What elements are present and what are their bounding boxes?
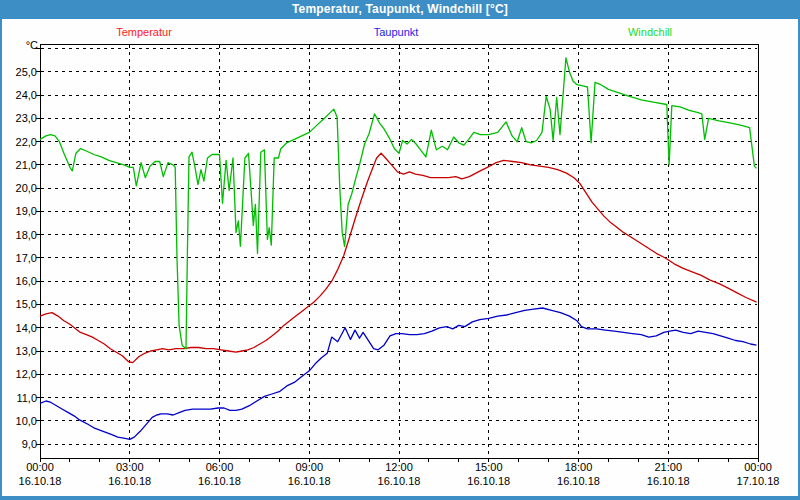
x-tick-label: 00:0017.10.18 (716, 461, 800, 488)
x-tick-time: 12:00 (357, 461, 441, 475)
y-tick-label: 18,0 (0, 229, 37, 241)
y-axis-unit-label: °C (14, 39, 38, 51)
x-tick-label: 00:0016.10.18 (0, 461, 82, 488)
y-tick-label: 12,0 (0, 368, 37, 380)
legend-temperatur: Temperatur (116, 26, 172, 38)
y-tick-label: 15,0 (0, 298, 37, 310)
x-tick-time: 09:00 (267, 461, 351, 475)
x-tick-date: 16.10.18 (0, 475, 82, 489)
y-tick-label: 16,0 (0, 275, 37, 287)
x-tick-label: 18:0016.10.18 (537, 461, 621, 488)
x-tick-label: 09:0016.10.18 (267, 461, 351, 488)
y-tick-label: 14,0 (0, 322, 37, 334)
x-tick-time: 06:00 (178, 461, 262, 475)
y-tick-label: 20,0 (0, 182, 37, 194)
x-tick-time: 03:00 (88, 461, 172, 475)
x-tick-date: 16.10.18 (537, 475, 621, 489)
y-tick-label: 9,0 (0, 438, 37, 450)
x-tick-date: 16.10.18 (357, 475, 441, 489)
legend-windchill: Windchill (628, 26, 672, 38)
y-tick-label: 13,0 (0, 345, 37, 357)
x-tick-date: 16.10.18 (88, 475, 172, 489)
app-window: Temperatur, Taupunkt, Windchill [°C] Tem… (0, 0, 800, 500)
y-tick-label: 10,0 (0, 415, 37, 427)
series-line-windchill (40, 58, 757, 349)
y-tick-label: 19,0 (0, 205, 37, 217)
x-tick-date: 17.10.18 (716, 475, 800, 489)
x-tick-date: 16.10.18 (267, 475, 351, 489)
x-tick-label: 21:0016.10.18 (626, 461, 710, 488)
legend-taupunkt: Taupunkt (374, 26, 419, 38)
y-tick-label: 21,0 (0, 159, 37, 171)
x-tick-time: 18:00 (537, 461, 621, 475)
x-tick-time: 00:00 (716, 461, 800, 475)
y-tick-label: 23,0 (0, 112, 37, 124)
y-tick-label: 25,0 (0, 66, 37, 78)
x-tick-date: 16.10.18 (626, 475, 710, 489)
y-tick-label: 22,0 (0, 136, 37, 148)
x-tick-label: 12:0016.10.18 (357, 461, 441, 488)
x-tick-label: 03:0016.10.18 (88, 461, 172, 488)
chart-plot-area (0, 0, 800, 500)
x-tick-time: 00:00 (0, 461, 82, 475)
y-tick-label: 11,0 (0, 392, 37, 404)
y-tick-label: 24,0 (0, 89, 37, 101)
x-tick-time: 21:00 (626, 461, 710, 475)
x-tick-date: 16.10.18 (178, 475, 262, 489)
x-tick-date: 16.10.18 (447, 475, 531, 489)
y-tick-label: 17,0 (0, 252, 37, 264)
x-tick-label: 06:0016.10.18 (178, 461, 262, 488)
x-tick-label: 15:0016.10.18 (447, 461, 531, 488)
x-tick-time: 15:00 (447, 461, 531, 475)
